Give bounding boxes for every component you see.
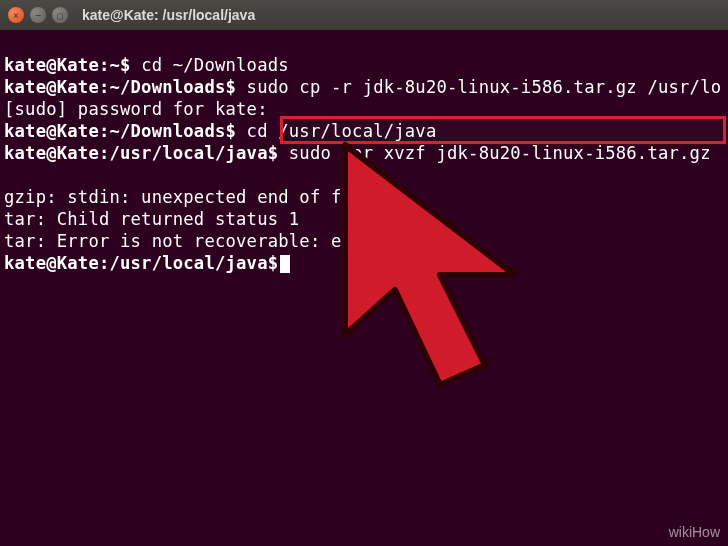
close-icon[interactable]: × xyxy=(8,7,24,23)
window-controls: × − ▢ xyxy=(8,7,68,23)
command-text: cd /usr/local/java xyxy=(236,121,436,141)
output-line: gzip: stdin: unexpected end of file xyxy=(4,187,373,207)
output-line: [sudo] password for kate: xyxy=(4,99,268,119)
terminal-output[interactable]: kate@Kate:~$ cd ~/Downloads kate@Kate:~/… xyxy=(0,30,728,276)
window-title: kate@Kate: /usr/local/java xyxy=(82,7,255,23)
terminal-cursor xyxy=(280,255,290,273)
prompt: kate@Kate:~/Downloads$ xyxy=(4,121,236,141)
watermark: wikiHow xyxy=(669,524,720,540)
maximize-icon[interactable]: ▢ xyxy=(52,7,68,23)
prompt: kate@Kate:~/Downloads$ xyxy=(4,77,236,97)
command-text: cd ~/Downloads xyxy=(131,55,289,75)
prompt: kate@Kate:~$ xyxy=(4,55,131,75)
command-text: sudo cp -r jdk-8u20-linux-i586.tar.gz /u… xyxy=(236,77,721,97)
minimize-icon[interactable]: − xyxy=(30,7,46,23)
prompt: kate@Kate:/usr/local/java$ xyxy=(4,143,278,163)
command-text: sudo tar xvzf jdk-8u20-linux-i586.tar.gz xyxy=(278,143,710,163)
prompt: kate@Kate:/usr/local/java$ xyxy=(4,253,278,273)
output-line: tar: Child returned status 1 xyxy=(4,209,299,229)
window-titlebar: × − ▢ kate@Kate: /usr/local/java xyxy=(0,0,728,30)
output-line: tar: Error is not recoverable: exiting n… xyxy=(4,231,447,251)
